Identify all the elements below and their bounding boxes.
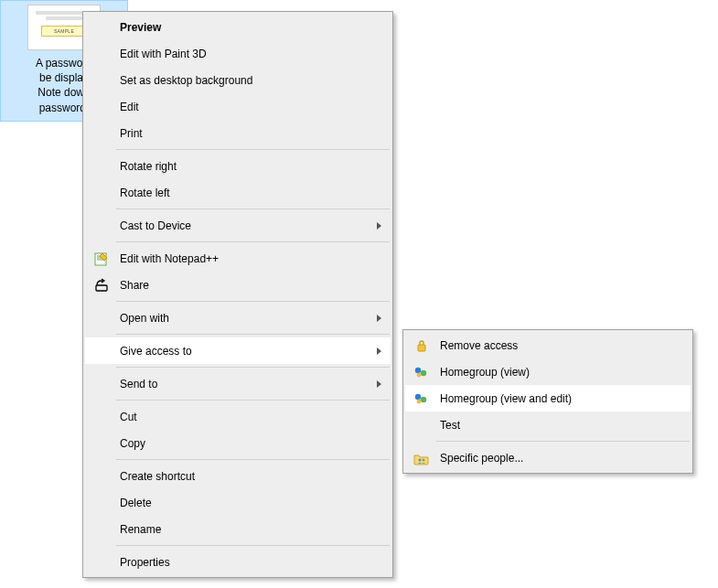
menu-item-label: Edit — [120, 101, 139, 113]
submenu-arrow-icon — [377, 380, 381, 388]
submenu-arrow-icon — [377, 315, 381, 322]
menu-item-preview[interactable]: Preview — [85, 14, 391, 40]
submenu-item-homegroup-edit[interactable]: Homegroup (view and edit) — [405, 385, 691, 412]
menu-item-label: Test — [440, 419, 460, 432]
submenu-item-specific-people[interactable]: Specific people... — [405, 444, 691, 471]
menu-item-edit-notepadpp[interactable]: Edit with Notepad++ — [85, 245, 391, 272]
svg-point-10 — [421, 396, 426, 401]
menu-item-label: Cut — [120, 411, 137, 423]
submenu-item-homegroup-view[interactable]: Homegroup (view) — [405, 358, 691, 385]
svg-point-12 — [419, 458, 422, 461]
svg-point-7 — [421, 369, 426, 375]
menu-item-give-access[interactable]: Give access to — [85, 337, 391, 364]
menu-item-rotate-left[interactable]: Rotate left — [85, 179, 391, 206]
menu-separator — [116, 149, 390, 150]
svg-point-8 — [417, 372, 422, 377]
svg-point-6 — [415, 367, 421, 372]
menu-separator — [116, 459, 390, 460]
menu-separator — [116, 241, 390, 242]
menu-separator — [116, 400, 390, 401]
svg-rect-5 — [418, 345, 425, 351]
menu-separator — [116, 301, 390, 302]
context-menu: Preview Edit with Paint 3D Set as deskto… — [82, 11, 393, 578]
menu-item-send-to[interactable]: Send to — [85, 370, 391, 397]
menu-item-set-background[interactable]: Set as desktop background — [85, 67, 391, 93]
menu-item-label: Delete — [120, 497, 152, 509]
menu-item-label: Properties — [120, 556, 170, 569]
menu-item-cut[interactable]: Cut — [85, 403, 391, 430]
menu-item-edit-paint3d[interactable]: Edit with Paint 3D — [85, 40, 391, 67]
file-label-line: be display — [39, 71, 89, 84]
homegroup-icon — [413, 390, 430, 407]
menu-item-label: Homegroup (view) — [440, 366, 530, 379]
menu-item-rename[interactable]: Rename — [85, 516, 391, 542]
menu-item-label: Rotate left — [120, 187, 170, 199]
menu-separator — [116, 545, 390, 546]
menu-item-label: Edit with Notepad++ — [120, 252, 219, 265]
menu-item-label: Open with — [120, 312, 169, 325]
menu-item-label: Create shortcut — [120, 470, 195, 483]
menu-item-label: Cast to Device — [120, 219, 191, 232]
menu-item-rotate-right[interactable]: Rotate right — [85, 153, 391, 179]
submenu-arrow-icon — [377, 347, 381, 355]
menu-item-label: Rotate right — [120, 160, 177, 173]
menu-separator — [116, 367, 390, 368]
menu-separator — [116, 334, 390, 335]
menu-item-label: Send to — [120, 378, 157, 390]
menu-item-print[interactable]: Print — [85, 120, 391, 146]
homegroup-icon — [413, 364, 430, 380]
submenu-arrow-icon — [377, 222, 381, 230]
menu-item-label: Remove access — [440, 339, 518, 352]
menu-item-share[interactable]: Share — [85, 272, 391, 298]
menu-item-create-shortcut[interactable]: Create shortcut — [85, 463, 391, 489]
svg-point-13 — [423, 458, 425, 461]
menu-item-properties[interactable]: Properties — [85, 549, 391, 575]
menu-item-copy[interactable]: Copy — [85, 430, 391, 456]
menu-separator — [436, 441, 690, 442]
people-folder-icon — [413, 450, 430, 466]
svg-point-11 — [417, 399, 422, 403]
submenu-give-access: Remove access Homegroup (view) Homegroup… — [402, 329, 693, 474]
menu-item-label: Print — [120, 127, 143, 140]
menu-item-label: Preview — [120, 21, 161, 34]
menu-item-label: Set as desktop background — [120, 74, 252, 87]
menu-item-label: Homegroup (view and edit) — [440, 392, 572, 405]
menu-item-delete[interactable]: Delete — [85, 489, 391, 516]
menu-item-edit[interactable]: Edit — [85, 93, 391, 120]
menu-item-label: Edit with Paint 3D — [120, 48, 207, 60]
menu-item-open-with[interactable]: Open with — [85, 305, 391, 331]
menu-item-label: Share — [120, 279, 149, 292]
submenu-item-remove-access[interactable]: Remove access — [405, 332, 691, 358]
svg-rect-4 — [96, 285, 107, 291]
menu-separator — [116, 208, 390, 209]
share-icon — [93, 277, 110, 294]
notepadpp-icon — [93, 251, 110, 267]
submenu-item-test[interactable]: Test — [405, 412, 691, 438]
menu-item-label: Copy — [120, 437, 145, 450]
menu-item-label: Rename — [120, 523, 161, 536]
menu-item-label: Specific people... — [440, 452, 523, 465]
svg-point-9 — [415, 393, 421, 399]
lock-icon — [413, 337, 430, 354]
menu-item-cast[interactable]: Cast to Device — [85, 212, 391, 239]
menu-item-label: Give access to — [120, 345, 192, 358]
